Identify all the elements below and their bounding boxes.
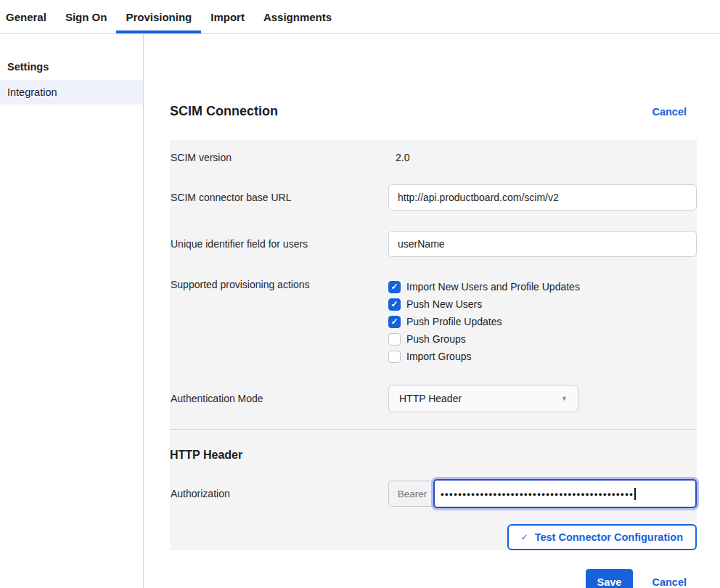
row-authorization: Authorization Bearer •••••••••••••••••••… — [170, 481, 697, 507]
http-header-section-title: HTTP Header — [170, 449, 697, 462]
unique-identifier-input[interactable] — [388, 231, 697, 257]
row-provisioning-actions: Supported provisioning actions ✓ Import … — [170, 278, 697, 365]
authorization-label: Authorization — [170, 488, 388, 499]
checkmark-icon: ✓ — [390, 300, 398, 309]
masked-token-value: ••••••••••••••••••••••••••••••••••••••••… — [441, 489, 634, 499]
checkbox-box: ✓ — [388, 333, 401, 346]
check-icon: ✓ — [521, 532, 528, 542]
auth-mode-select[interactable]: HTTP Header ▼ — [388, 385, 578, 412]
checkbox-import-new-users[interactable]: ✓ Import New Users and Profile Updates — [388, 278, 697, 295]
checkbox-box: ✓ — [388, 298, 401, 311]
panel-heading-row: SCIM Connection Cancel — [170, 104, 697, 119]
checkbox-box: ✓ — [388, 316, 401, 328]
main-content: SCIM Connection Cancel SCIM version 2.0 … — [144, 34, 720, 588]
sidebar-item-integration[interactable]: Integration — [0, 80, 143, 105]
checkbox-push-profile-updates[interactable]: ✓ Push Profile Updates — [388, 313, 697, 330]
scim-version-value: 2.0 — [388, 152, 409, 163]
tab-label: General — [6, 11, 46, 23]
auth-mode-label: Authentication Mode — [170, 393, 388, 404]
tab-label: Import — [210, 11, 245, 23]
section-divider — [170, 429, 697, 430]
unique-identifier-label: Unique identifier field for users — [170, 238, 388, 250]
cancel-link-bottom[interactable]: Cancel — [652, 576, 687, 588]
provisioning-actions-label: Supported provisioning actions — [170, 278, 388, 290]
bearer-prefix: Bearer — [388, 481, 436, 507]
checkbox-import-groups[interactable]: ✓ Import Groups — [388, 348, 697, 365]
sidebar-item-label: Integration — [7, 86, 57, 98]
row-test-connector: ✓ Test Connector Configuration — [170, 524, 697, 550]
checkbox-box: ✓ — [388, 281, 401, 293]
tab-label: Assignments — [263, 11, 332, 23]
app-tabbar: General Sign On Provisioning Import Assi… — [0, 0, 720, 34]
cancel-link-top[interactable]: Cancel — [652, 106, 687, 118]
tab-import[interactable]: Import — [201, 0, 254, 33]
checkbox-push-groups[interactable]: ✓ Push Groups — [388, 330, 697, 348]
tab-sign-on[interactable]: Sign On — [56, 0, 117, 33]
tab-label: Provisioning — [126, 11, 192, 23]
base-url-label: SCIM connector base URL — [170, 192, 388, 203]
save-button[interactable]: Save — [586, 569, 634, 588]
checkbox-label: Import Groups — [406, 351, 471, 362]
settings-sidebar: Settings Integration — [0, 34, 144, 588]
checkbox-label: Push Profile Updates — [406, 316, 502, 327]
test-connector-configuration-button[interactable]: ✓ Test Connector Configuration — [507, 524, 697, 550]
checkbox-box: ✓ — [388, 351, 401, 363]
checkbox-label: Push New Users — [406, 298, 482, 310]
base-url-input[interactable] — [388, 184, 697, 211]
row-auth-mode: Authentication Mode HTTP Header ▼ — [170, 385, 697, 412]
row-unique-identifier: Unique identifier field for users — [170, 231, 697, 257]
tab-assignments[interactable]: Assignments — [254, 0, 341, 33]
row-base-url: SCIM connector base URL — [170, 184, 697, 211]
scim-connection-form: SCIM version 2.0 SCIM connector base URL… — [170, 140, 697, 550]
checkbox-push-new-users[interactable]: ✓ Push New Users — [388, 295, 697, 313]
checkbox-label: Push Groups — [406, 333, 466, 345]
tab-general[interactable]: General — [0, 0, 56, 33]
tab-label: Sign On — [65, 11, 107, 23]
row-scim-version: SCIM version 2.0 — [170, 151, 697, 164]
form-footer: Save Cancel — [170, 569, 697, 588]
auth-mode-selected-value: HTTP Header — [399, 393, 462, 404]
checkmark-icon: ✓ — [390, 282, 398, 291]
checkbox-label: Import New Users and Profile Updates — [406, 281, 580, 293]
text-cursor — [634, 488, 636, 500]
authorization-token-input[interactable]: ••••••••••••••••••••••••••••••••••••••••… — [433, 479, 697, 508]
scim-version-label: SCIM version — [170, 152, 388, 163]
dropdown-arrow-icon: ▼ — [561, 395, 568, 402]
page-title: SCIM Connection — [170, 104, 278, 119]
tab-provisioning[interactable]: Provisioning — [116, 0, 201, 33]
sidebar-header: Settings — [0, 55, 143, 80]
checkmark-icon: ✓ — [390, 317, 398, 326]
test-button-label: Test Connector Configuration — [535, 531, 683, 543]
